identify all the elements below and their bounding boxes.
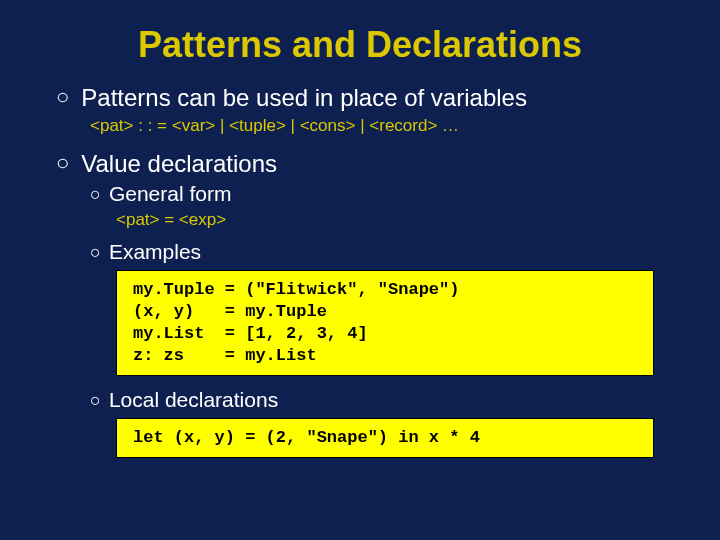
bullet-marker-icon: ○: [56, 150, 69, 176]
bullet-marker-icon: ○: [90, 388, 101, 412]
subbullet-local-declarations: ○ Local declarations: [90, 388, 664, 412]
code-examples-block: my.Tuple = ("Flitwick", "Snape") (x, y) …: [116, 270, 654, 376]
bullet-marker-icon: ○: [90, 182, 101, 206]
pattern-grammar-line: <pat> : : = <var> | <tuple> | <cons> | <…: [90, 116, 664, 136]
subbullet-text: General form: [109, 182, 232, 206]
bullet-value-declarations: ○ Value declarations: [56, 150, 664, 178]
bullet-marker-icon: ○: [56, 84, 69, 110]
bullet-marker-icon: ○: [90, 240, 101, 264]
subbullet-examples: ○ Examples: [90, 240, 664, 264]
slide-container: Patterns and Declarations ○ Patterns can…: [0, 0, 720, 494]
subbullet-text: Local declarations: [109, 388, 278, 412]
subbullet-text: Examples: [109, 240, 201, 264]
slide-title: Patterns and Declarations: [56, 24, 664, 66]
bullet-text: Value declarations: [81, 150, 277, 178]
general-form-grammar: <pat> = <exp>: [116, 210, 664, 230]
bullet-text: Patterns can be used in place of variabl…: [81, 84, 527, 112]
subbullet-general-form: ○ General form: [90, 182, 664, 206]
code-local-decl-block: let (x, y) = (2, "Snape") in x * 4: [116, 418, 654, 458]
bullet-patterns-in-place: ○ Patterns can be used in place of varia…: [56, 84, 664, 112]
